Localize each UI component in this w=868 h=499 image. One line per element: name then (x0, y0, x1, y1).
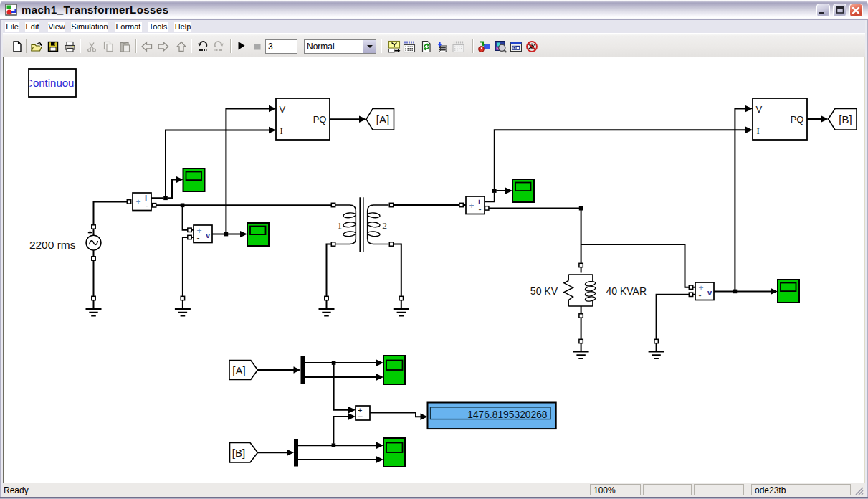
svg-text:I: I (280, 125, 283, 136)
svg-text:[B]: [B] (232, 447, 245, 459)
svg-text:−: − (358, 412, 363, 422)
svg-text:2200 rms: 2200 rms (29, 239, 76, 251)
svg-text:[B]: [B] (839, 113, 852, 125)
svg-text:V: V (280, 104, 286, 115)
svg-text:V: V (756, 104, 763, 115)
svg-text:2: 2 (382, 220, 387, 231)
svg-text:1476.8195320268: 1476.8195320268 (467, 409, 548, 420)
svg-text:PQ: PQ (313, 114, 327, 125)
svg-text:50 KV: 50 KV (530, 285, 558, 297)
svg-text:40 KVAR: 40 KVAR (606, 285, 647, 297)
svg-text:1: 1 (337, 220, 342, 231)
svg-text:Continuous: Continuous (25, 77, 80, 89)
svg-text:I: I (757, 125, 760, 136)
svg-text:[A]: [A] (376, 113, 389, 125)
svg-text:PQ: PQ (791, 114, 804, 125)
svg-text:[A]: [A] (232, 364, 245, 376)
